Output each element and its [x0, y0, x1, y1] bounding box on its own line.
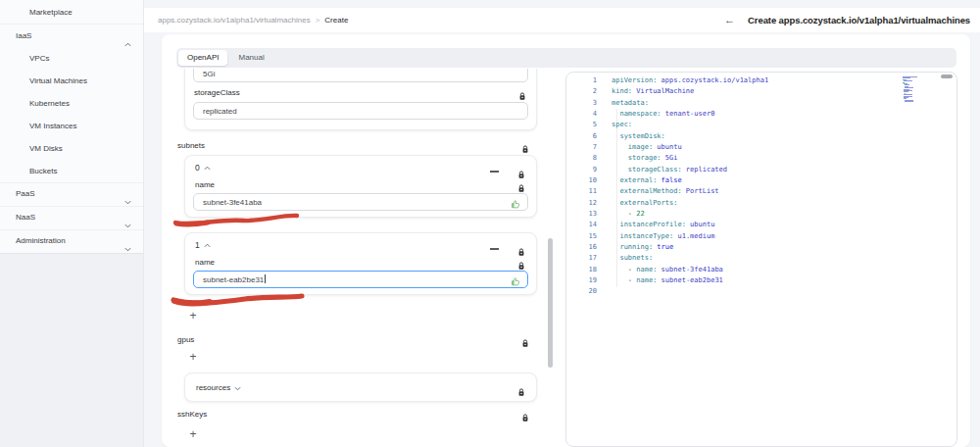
line-number: 8 — [566, 153, 597, 164]
code-line: 1apiVersion: apps.cozystack.io/v1alpha1 — [566, 75, 956, 86]
minimap[interactable] — [903, 74, 920, 106]
sidebar-item-kubernetes[interactable]: Kubernetes — [0, 92, 143, 115]
systemdisk-card: 5Gi storageClass replicated — [184, 69, 537, 130]
code-line: 19 - name: subnet-eab2be31 — [566, 275, 956, 286]
code-line: 7 image: ubuntu — [566, 142, 956, 153]
page-title: Create apps.cozystack.io/v1alpha1/virtua… — [748, 15, 970, 25]
subnet-1-header[interactable]: 1 — [195, 240, 211, 250]
sidebar-section-iaas[interactable]: IaaS — [0, 25, 143, 47]
line-number: 9 — [566, 165, 597, 175]
storageclass-input[interactable]: replicated — [193, 102, 528, 120]
code-line: 17 subnets: — [566, 253, 956, 264]
thumbs-up-icon[interactable] — [511, 198, 520, 216]
sidebar-empty-area — [0, 253, 143, 447]
line-number: 1 — [566, 75, 597, 86]
lock-icon — [521, 409, 529, 418]
yaml-editor[interactable]: 1apiVersion: apps.cozystack.io/v1alpha12… — [565, 72, 957, 447]
add-gpu-button[interactable]: + — [186, 350, 200, 364]
add-sshkey-button[interactable]: + — [186, 427, 200, 441]
text-cursor — [265, 274, 266, 283]
sidebar-section-naas[interactable]: NaaS — [0, 206, 143, 229]
add-subnet-button[interactable]: + — [186, 309, 200, 323]
line-number: 20 — [566, 286, 597, 297]
minimap-line — [905, 101, 913, 102]
subnet-0-header[interactable]: 0 — [195, 163, 211, 173]
chevron-up-icon — [204, 166, 211, 171]
code-line: 20 — [566, 286, 956, 297]
sidebar-section-paas[interactable]: PaaS — [0, 182, 143, 206]
code-line: 13 - 22 — [566, 209, 956, 220]
subnet-item-0: 0 name subnet-3fe41aba — [184, 155, 537, 218]
sidebar: Marketplace IaaS VPCsVirtual MachinesKub… — [0, 0, 144, 447]
lock-icon — [517, 166, 525, 174]
tab-manual[interactable]: Manual — [227, 50, 274, 66]
tab-openapi[interactable]: OpenAPI — [178, 50, 227, 66]
code-line: 15 instanceType: u1.medium — [566, 231, 956, 242]
line-number: 7 — [566, 142, 597, 153]
chevron-up-icon — [204, 243, 211, 248]
sidebar-item-vm-instances[interactable]: VM Instances — [0, 115, 143, 137]
code-line: 10 external: false — [566, 175, 956, 186]
storageclass-label: storageClass — [194, 88, 240, 97]
code-line: 9 storageClass: replicated — [566, 165, 956, 175]
line-number: 17 — [566, 253, 597, 264]
editor-scrollbar-thumb[interactable] — [941, 74, 953, 78]
resources-card[interactable]: resources — [184, 372, 537, 402]
form-scrollbar[interactable] — [548, 238, 553, 368]
lock-icon — [517, 383, 525, 392]
code-line: 2kind: VirtualMachine — [566, 86, 956, 97]
sidebar-item-virtual-machines[interactable]: Virtual Machines — [0, 70, 143, 92]
lock-icon — [521, 334, 529, 343]
editor-mode-tabs: OpenAPI Manual — [176, 48, 956, 68]
subnet-item-1: 1 name subnet-eab2be31 — [184, 232, 537, 295]
subnet-0-name-input[interactable]: subnet-3fe41aba — [193, 193, 528, 211]
code-line: 11 externalMethod: PortList — [566, 186, 956, 197]
app-window: Marketplace IaaS VPCsVirtual MachinesKub… — [0, 0, 980, 447]
sidebar-item-vpcs[interactable]: VPCs — [0, 47, 143, 70]
line-number: 3 — [566, 98, 597, 109]
sidebar-section-label: PaaS — [16, 189, 35, 198]
input-value: subnet-eab2be31 — [203, 275, 264, 284]
input-value: subnet-3fe41aba — [203, 198, 262, 207]
breadcrumb-separator: > — [316, 16, 320, 25]
sidebar-item-marketplace[interactable]: Marketplace — [0, 0, 143, 25]
line-number: 13 — [566, 209, 597, 220]
subnet-1-name-input[interactable]: subnet-eab2be31 — [193, 271, 528, 288]
subnet-index: 0 — [195, 163, 200, 173]
sshkeys-label: sshKeys — [177, 410, 207, 419]
line-number: 10 — [566, 175, 597, 186]
line-number: 12 — [566, 198, 597, 209]
lock-icon — [518, 87, 526, 96]
breadcrumb-path-link[interactable]: apps.cozystack.io/v1alpha1/virtualmachin… — [158, 16, 311, 25]
remove-item-button[interactable] — [490, 248, 499, 250]
breadcrumb: apps.cozystack.io/v1alpha1/virtualmachin… — [158, 8, 348, 32]
name-label: name — [195, 180, 215, 189]
line-number: 6 — [566, 131, 597, 142]
sidebar-section-label: IaaS — [16, 31, 31, 40]
code-line: 4 namespace: tenant-user0 — [566, 109, 956, 120]
code-line: 14 instanceProfile: ubuntu — [566, 220, 956, 230]
openapi-form: 5Gi storageClass replicated subnets 0 na… — [176, 69, 545, 447]
code-line: 12 externalPorts: — [566, 198, 956, 209]
sidebar-section-administration[interactable]: Administration — [0, 229, 143, 253]
code-line: 8 storage: 5Gi — [566, 153, 956, 164]
code-line: 16 running: true — [566, 242, 956, 253]
chevron-down-icon — [234, 386, 241, 391]
subnets-label: subnets — [177, 141, 205, 150]
top-header: apps.cozystack.io/v1alpha1/virtualmachin… — [144, 8, 980, 32]
code-line: 18 - name: subnet-3fe41aba — [566, 265, 956, 275]
sidebar-item-buckets[interactable]: Buckets — [0, 160, 143, 182]
code-line: 3metadata: — [566, 98, 956, 109]
line-number: 15 — [566, 231, 597, 242]
line-number: 19 — [566, 275, 597, 286]
code-line: 5spec: — [566, 120, 956, 130]
storage-input[interactable]: 5Gi — [193, 69, 528, 82]
lock-icon — [517, 179, 525, 188]
line-number: 2 — [566, 86, 597, 97]
sidebar-section-label: Administration — [16, 236, 66, 245]
thumbs-up-icon[interactable] — [511, 275, 520, 293]
back-arrow-icon[interactable]: ← — [724, 15, 735, 25]
remove-item-button[interactable] — [490, 171, 499, 173]
sidebar-item-vm-disks[interactable]: VM Disks — [0, 137, 143, 160]
minimap-line — [904, 80, 912, 81]
